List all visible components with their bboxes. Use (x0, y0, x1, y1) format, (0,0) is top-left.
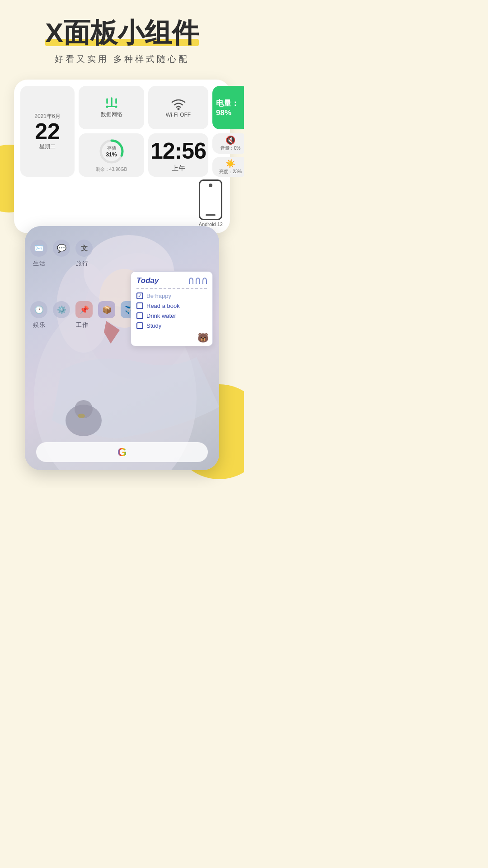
app-icon-message[interactable]: 💬 (53, 240, 70, 257)
sound-icon: 🔇 (225, 135, 235, 145)
google-logo: G (117, 445, 127, 459)
storage-remaining: 剩余：43.96GB (96, 166, 127, 173)
battery-cell[interactable]: 电量：98% (212, 86, 244, 129)
folder-group-work[interactable]: 工作 (76, 321, 88, 329)
folder-travel-label: 旅行 (76, 259, 88, 268)
wifi-icon (170, 98, 187, 110)
header-section: X面板小组件 好看又实用 多种样式随心配 (36, 0, 208, 71)
battery-label: 电量：98% (216, 98, 244, 118)
app-icon-pink[interactable]: 📌 (75, 301, 93, 318)
folder-group-life[interactable]: 生活 (33, 259, 45, 268)
app-icon-mail[interactable]: ✉️ (30, 240, 47, 257)
android-cell: Android 12 (199, 179, 223, 227)
notepad-item-3-text: Drink water (146, 312, 176, 319)
wifi-label: Wi-Fi OFF (166, 112, 191, 118)
checkbox-3[interactable] (136, 312, 143, 319)
wifi-cell[interactable]: Wi-Fi OFF (148, 86, 208, 129)
folder-entertainment-label: 娱乐 (33, 321, 45, 329)
page-subtitle: 好看又实用 多种样式随心配 (45, 53, 199, 65)
storage-ring: 存储 31% (98, 138, 125, 165)
folder-work-label: 工作 (76, 321, 88, 329)
notepad-title: Today (136, 276, 159, 285)
sound-cell[interactable]: 🔇 音量：0% (212, 133, 244, 154)
folder-group-travel[interactable]: 旅行 (76, 259, 88, 268)
svg-point-6 (177, 108, 179, 110)
app-icon-font[interactable]: 文 (75, 240, 93, 257)
notepad-item-4[interactable]: Study (136, 322, 207, 329)
folder-group-entertainment[interactable]: 娱乐 (33, 321, 45, 329)
clock-ampm: 上午 (172, 164, 185, 173)
notepad-item-4-text: Study (146, 322, 161, 329)
folder-row-1: 生活 旅行 (33, 259, 214, 268)
date-cell[interactable]: 2021年6月 22 星期二 (20, 86, 75, 177)
notepad-item-1[interactable]: ✓ Be happy (136, 292, 207, 299)
phone-home-bar (206, 214, 216, 216)
date-weekday: 星期二 (39, 143, 56, 151)
data-network-label: 数据网络 (101, 111, 122, 118)
notepad-header: Today (136, 276, 207, 289)
ring-2 (196, 278, 200, 284)
folder-life-label: 生活 (33, 259, 45, 268)
bear-decoration: 🐻 (197, 332, 209, 343)
date-day: 22 (35, 120, 60, 143)
phone-camera-dot (209, 184, 212, 187)
storage-pct: 31% (106, 151, 117, 158)
data-network-icon (103, 97, 120, 109)
cc-grid: 2021年6月 22 星期二 数据网络 (20, 86, 224, 177)
notepad-item-3[interactable]: Drink water (136, 312, 207, 319)
main-wrap: X面板小组件 好看又实用 多种样式随心配 2021年6月 22 星期二 (0, 0, 244, 488)
notepad-widget: Today ✓ Be happy (131, 271, 213, 346)
app-icon-clock[interactable]: 🕐 (30, 301, 47, 318)
clock-time: 12:56 (150, 138, 206, 164)
brightness-label: 亮度：23% (219, 169, 242, 175)
brightness-cell[interactable]: ☀️ 亮度：23% (212, 157, 244, 177)
notepad-item-1-text: Be happy (146, 292, 171, 299)
sound-brightness-cell: 🔇 音量：0% ☀️ 亮度：23% (212, 133, 244, 177)
storage-cell: 存储 31% 剩余：43.96GB (79, 133, 144, 177)
notepad-item-2[interactable]: Read a book (136, 302, 207, 309)
screen-content: ✉️ 💬 文 生活 旅行 🕐 ⚙️ 📌 (25, 226, 219, 470)
app-icon-settings[interactable]: ⚙️ (53, 301, 70, 318)
sound-label: 音量：0% (221, 145, 240, 151)
data-network-cell[interactable]: 数据网络 (79, 86, 144, 129)
checkbox-2[interactable] (136, 302, 143, 309)
app-icon-purple[interactable]: 📦 (98, 301, 115, 318)
brightness-icon: ☀️ (225, 159, 235, 169)
checkbox-4[interactable] (136, 322, 143, 329)
control-center-widget: 2021年6月 22 星期二 数据网络 (14, 80, 230, 233)
android-phone-outline (199, 179, 222, 220)
storage-title: 存储 (106, 145, 117, 151)
clock-cell: 12:56 上午 (148, 133, 208, 177)
phone-screen-mockup: ✉️ 💬 文 生活 旅行 🕐 ⚙️ 📌 (25, 226, 219, 470)
ring-1 (189, 278, 193, 284)
checkbox-1[interactable]: ✓ (136, 292, 143, 299)
notepad-item-2-text: Read a book (146, 302, 180, 309)
android-section: Android 12 (20, 179, 224, 227)
ring-3 (202, 278, 207, 284)
notepad-rings (189, 278, 207, 284)
icon-row-1: ✉️ 💬 文 (30, 240, 214, 257)
page-title: X面板小组件 (45, 18, 199, 48)
google-search-bar[interactable]: G (36, 442, 208, 462)
